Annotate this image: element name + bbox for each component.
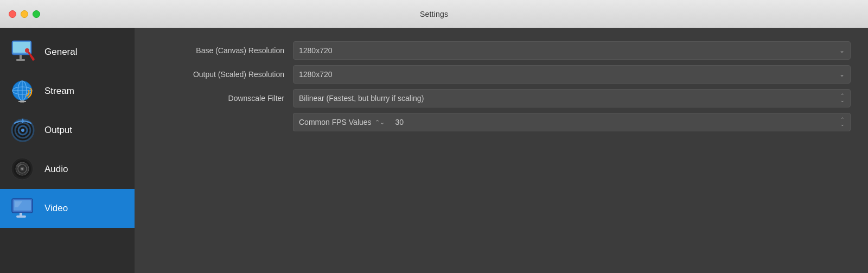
fps-value: 30: [395, 118, 404, 126]
maximize-button[interactable]: [33, 10, 40, 18]
output-resolution-label: Output (Scaled) Resolution: [152, 70, 293, 79]
fps-spinner: ⌃⌄: [840, 117, 845, 127]
base-resolution-row: Base (Canvas) Resolution 1280x720 ⌄: [152, 41, 851, 60]
fps-value-control[interactable]: 30 ⌃⌄: [390, 113, 851, 131]
sidebar-item-output-label: Output: [44, 125, 72, 136]
svg-point-26: [21, 168, 23, 170]
downscale-filter-spinner: ⌃⌄: [840, 93, 845, 103]
main-content: General Stream: [0, 28, 868, 273]
settings-panel: Base (Canvas) Resolution 1280x720 ⌄ Outp…: [135, 28, 868, 273]
svg-rect-31: [16, 215, 26, 218]
sidebar-item-stream[interactable]: Stream: [0, 72, 135, 111]
svg-rect-2: [20, 55, 22, 59]
sidebar-item-general[interactable]: General: [0, 33, 135, 72]
sidebar-item-general-label: General: [44, 47, 77, 58]
downscale-filter-label: Downscale Filter: [152, 94, 293, 103]
fps-prefix-button[interactable]: Common FPS Values ⌃⌄: [293, 113, 390, 131]
downscale-filter-row: Downscale Filter Bilinear (Fastest, but …: [152, 89, 851, 107]
sidebar-item-stream-label: Stream: [44, 86, 74, 97]
sidebar: General Stream: [0, 28, 135, 273]
svg-point-18: [21, 129, 24, 132]
titlebar: Settings: [0, 0, 868, 28]
minimize-button[interactable]: [21, 10, 28, 18]
window-title: Settings: [420, 10, 448, 18]
sidebar-item-audio[interactable]: Audio: [0, 150, 135, 189]
base-resolution-label: Base (Canvas) Resolution: [152, 46, 293, 55]
downscale-filter-value: Bilinear (Fastest, but blurry if scaling…: [299, 94, 840, 103]
fps-row: Common FPS Values ⌃⌄ 30 ⌃⌄: [152, 113, 851, 131]
sidebar-item-output[interactable]: Output: [0, 111, 135, 150]
audio-icon: [9, 155, 37, 183]
downscale-filter-control[interactable]: Bilinear (Fastest, but blurry if scaling…: [293, 89, 851, 107]
fps-prefix-label: Common FPS Values: [299, 118, 372, 126]
base-resolution-control[interactable]: 1280x720 ⌄: [293, 41, 851, 60]
output-resolution-value: 1280x720: [299, 70, 839, 79]
base-resolution-value: 1280x720: [299, 46, 839, 55]
output-resolution-chevron: ⌄: [839, 71, 845, 78]
sidebar-item-audio-label: Audio: [44, 164, 68, 175]
svg-rect-3: [16, 59, 25, 61]
sidebar-item-video[interactable]: Video: [0, 189, 135, 228]
close-button[interactable]: [9, 10, 16, 18]
traffic-lights: [9, 10, 40, 18]
base-resolution-chevron: ⌄: [839, 47, 845, 54]
fps-prefix-spinner: ⌃⌄: [375, 119, 385, 126]
svg-point-5: [25, 48, 29, 53]
output-resolution-row: Output (Scaled) Resolution 1280x720 ⌄: [152, 65, 851, 84]
output-icon: [9, 116, 37, 144]
output-resolution-control[interactable]: 1280x720 ⌄: [293, 65, 851, 84]
video-icon: [9, 194, 37, 223]
sidebar-item-video-label: Video: [44, 203, 68, 214]
general-icon: [9, 38, 37, 66]
stream-icon: [9, 77, 37, 105]
